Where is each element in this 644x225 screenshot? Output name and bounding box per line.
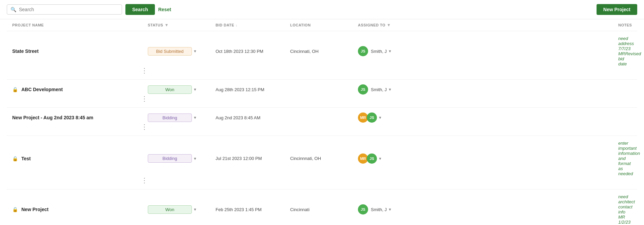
location-cell: Cincinnnati, OH: [290, 156, 358, 161]
project-name-cell: New Project - Aug 2nd 2023 8:45 am: [12, 115, 148, 120]
project-name-cell: 🔒New Project: [12, 207, 148, 212]
lock-icon: 🔒: [12, 87, 18, 92]
table-header: PROJECT NAME STATUS ▼ BID DATE ↓ LOCATIO…: [7, 19, 637, 31]
assigned-dropdown-chevron[interactable]: ▼: [378, 157, 382, 161]
status-filter-icon[interactable]: ▼: [164, 23, 168, 27]
col-header-status[interactable]: STATUS ▼: [148, 23, 216, 27]
more-options-button[interactable]: ⋮: [12, 176, 148, 184]
status-dropdown-chevron[interactable]: ▼: [193, 49, 197, 53]
project-name-cell: State Street: [12, 48, 148, 54]
avatar: JS: [358, 46, 368, 56]
status-badge[interactable]: Bidding: [148, 154, 192, 163]
notes-cell: need address 7/7/23 MRRevised bid date: [618, 36, 632, 66]
table-row: State StreetBid Submitted▼Oct 18th 2023 …: [7, 31, 637, 80]
project-name: ABC Development: [21, 87, 63, 92]
assigned-cell: MRJS▼: [358, 112, 618, 123]
table-body: State StreetBid Submitted▼Oct 18th 2023 …: [7, 31, 637, 225]
status-badge[interactable]: Won: [148, 85, 192, 94]
assigned-name: Smith, J: [371, 87, 387, 92]
search-input-wrapper: 🔍: [7, 4, 122, 15]
assigned-cell: JSSmith, J▼: [358, 204, 618, 214]
search-icon: 🔍: [11, 7, 16, 12]
assigned-name: Smith, J: [371, 207, 387, 212]
status-badge[interactable]: Won: [148, 205, 192, 214]
bid-date-cell: Aug 28th 2023 12:15 PM: [216, 87, 290, 92]
search-input[interactable]: [19, 7, 118, 12]
status-cell: Bidding▼: [148, 114, 216, 122]
project-name-cell: 🔒Test: [12, 156, 148, 161]
more-options-button[interactable]: ⋮: [12, 95, 148, 103]
table-row: 🔒TestBidding▼Jul 21st 2023 12:00 PMCinci…: [7, 136, 637, 189]
new-project-button[interactable]: New Project: [597, 4, 637, 15]
notes-cell: need architect contact info MR 1/2/23: [618, 194, 632, 225]
bid-date-sort-icon[interactable]: ↓: [236, 23, 238, 27]
bid-date-cell: Oct 18th 2023 12:30 PM: [216, 49, 290, 54]
project-name-cell: 🔒ABC Development: [12, 87, 148, 92]
assigned-cell: JSSmith, J▼: [358, 84, 618, 95]
search-button[interactable]: Search: [125, 4, 155, 15]
more-options-button[interactable]: ⋮: [12, 123, 148, 131]
top-bar: 🔍 Search Reset New Project: [0, 0, 644, 19]
assigned-dropdown-chevron[interactable]: ▼: [388, 207, 392, 211]
avatar: JS: [367, 154, 377, 164]
col-header-location: LOCATION: [290, 23, 358, 27]
assigned-dropdown-chevron[interactable]: ▼: [378, 116, 382, 120]
location-cell: Cincinnati: [290, 207, 358, 212]
status-cell: Bidding▼: [148, 154, 216, 163]
col-header-notes: NOTES: [618, 23, 632, 27]
status-dropdown-chevron[interactable]: ▼: [193, 207, 197, 211]
col-header-assigned-to[interactable]: ASSIGNED TO ▼: [358, 23, 618, 27]
status-cell: Bid Submitted▼: [148, 47, 216, 56]
col-header-bid-date[interactable]: BID DATE ↓: [216, 23, 290, 27]
assigned-dropdown-chevron[interactable]: ▼: [388, 49, 392, 53]
status-dropdown-chevron[interactable]: ▼: [193, 87, 197, 91]
bid-date-cell: Feb 25th 2023 1:45 PM: [216, 207, 290, 212]
status-dropdown-chevron[interactable]: ▼: [193, 157, 197, 161]
project-name: New Project: [21, 207, 48, 212]
reset-button[interactable]: Reset: [158, 7, 171, 12]
table-row: 🔒ABC DevelopmentWon▼Aug 28th 2023 12:15 …: [7, 80, 637, 108]
bid-date-cell: Aug 2nd 2023 8:45 AM: [216, 115, 290, 120]
status-cell: Won▼: [148, 85, 216, 94]
notes-cell: enter important information and format a…: [618, 141, 632, 176]
project-name: Test: [21, 156, 31, 161]
avatar: JS: [358, 204, 368, 214]
assigned-cell: MRJS▼: [358, 154, 618, 164]
more-options-button[interactable]: ⋮: [12, 66, 148, 75]
status-badge[interactable]: Bidding: [148, 114, 192, 122]
project-name: State Street: [12, 48, 39, 54]
bid-date-cell: Jul 21st 2023 12:00 PM: [216, 156, 290, 161]
assigned-filter-icon[interactable]: ▼: [387, 23, 391, 27]
status-dropdown-chevron[interactable]: ▼: [193, 116, 197, 120]
table-row: New Project - Aug 2nd 2023 8:45 amBiddin…: [7, 108, 637, 136]
col-header-project-name: PROJECT NAME: [12, 23, 148, 27]
avatar: JS: [367, 112, 377, 123]
project-name: New Project - Aug 2nd 2023 8:45 am: [12, 115, 93, 120]
projects-table: PROJECT NAME STATUS ▼ BID DATE ↓ LOCATIO…: [0, 19, 644, 225]
lock-icon: 🔒: [12, 207, 18, 212]
assigned-cell: JSSmith, J▼: [358, 46, 618, 56]
assigned-name: Smith, J: [371, 49, 387, 54]
table-row: 🔒New ProjectWon▼Feb 25th 2023 1:45 PMCin…: [7, 189, 637, 225]
assigned-dropdown-chevron[interactable]: ▼: [388, 87, 392, 91]
status-cell: Won▼: [148, 205, 216, 214]
avatar: JS: [358, 84, 368, 95]
location-cell: Cincinnati, OH: [290, 49, 358, 54]
lock-icon: 🔒: [12, 156, 18, 161]
status-badge[interactable]: Bid Submitted: [148, 47, 192, 56]
